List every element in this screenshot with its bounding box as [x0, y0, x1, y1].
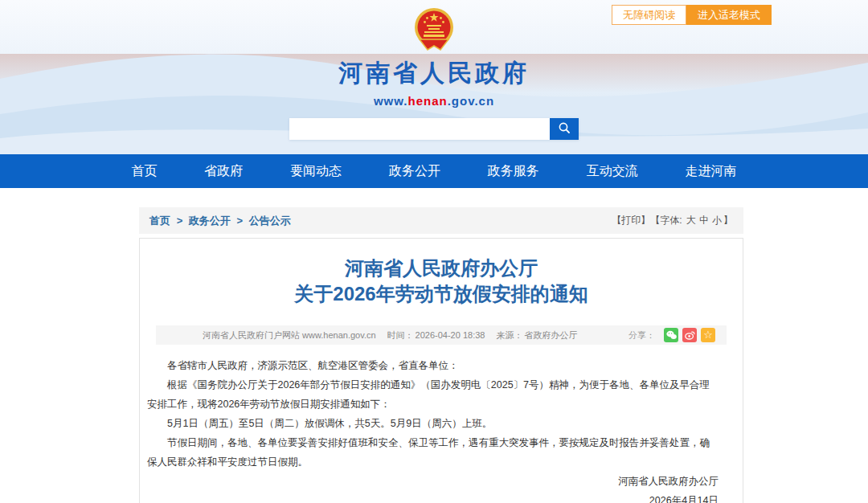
share-label: 分享：: [628, 329, 655, 341]
elder-mode-button[interactable]: 进入适老模式: [686, 5, 772, 25]
main-content: 首页 > 政务公开 > 公告公示 【打印】【字体: 大中小】 河南省人民政府办公…: [139, 207, 743, 503]
nav-item-about-henan[interactable]: 走进河南: [685, 163, 736, 180]
font-size-small[interactable]: 小: [712, 215, 722, 226]
breadcrumb: 首页 > 政务公开 > 公告公示: [149, 214, 291, 228]
main-nav: 首页 省政府 要闻动态 政务公开 政务服务 互动交流 走进河南: [0, 154, 868, 188]
meta-source: 省政府办公厅: [524, 330, 577, 340]
site-header: 无障碍阅读 进入适老模式 河南省人民政府 www.henan.gov.cn: [0, 0, 868, 154]
breadcrumb-separator: >: [177, 215, 183, 227]
nav-item-provincial-gov[interactable]: 省政府: [204, 163, 243, 180]
meta-time: 2026-04-20 18:38: [416, 330, 485, 340]
meta-time-label: 时间：: [387, 330, 414, 340]
share-favorite-icon[interactable]: ☆: [701, 328, 715, 342]
page-tools: 【打印】【字体: 大中小】: [612, 214, 733, 227]
search-bar: [289, 118, 579, 140]
site-url: www.henan.gov.cn: [0, 94, 868, 108]
article-meta: 河南省人民政府门户网站 www.henan.gov.cn时间：2026-04-2…: [203, 329, 588, 341]
breadcrumb-gov-affairs[interactable]: 政务公开: [189, 215, 231, 227]
article-date: 2026年4月14日: [147, 491, 719, 503]
nav-item-gov-services[interactable]: 政务服务: [488, 163, 539, 180]
font-size-label: 【字体:: [650, 215, 685, 226]
accessibility-buttons: 无障碍阅读 进入适老模式: [612, 5, 772, 25]
article-body: 各省辖市人民政府，济源示范区、航空港区管委会，省直各单位： 根据《国务院办公厅关…: [140, 356, 743, 503]
site-url-suffix: .gov.cn: [448, 94, 494, 108]
meta-source-label: 来源：: [496, 330, 522, 340]
article-meta-bar: 河南省人民政府门户网站 www.henan.gov.cn时间：2026-04-2…: [156, 325, 727, 345]
article-title: 河南省人民政府办公厅 关于2026年劳动节放假安排的通知: [140, 239, 743, 307]
font-size-large[interactable]: 大: [686, 215, 696, 226]
article-title-line1: 河南省人民政府办公厅: [140, 256, 743, 281]
article-paragraph: 各省辖市人民政府，济源示范区、航空港区管委会，省直各单位：: [147, 356, 719, 375]
breadcrumb-announcements[interactable]: 公告公示: [249, 215, 291, 227]
search-input[interactable]: [289, 118, 550, 140]
site-url-prefix: www.: [374, 94, 408, 108]
share-wechat-icon[interactable]: [664, 328, 678, 342]
nav-item-interaction[interactable]: 互动交流: [587, 163, 638, 180]
breadcrumb-separator: >: [236, 215, 243, 227]
search-icon: [558, 121, 571, 137]
site-url-domain: henan: [408, 94, 448, 108]
nav-item-home[interactable]: 首页: [131, 163, 157, 180]
site-title[interactable]: 河南省人民政府: [0, 57, 868, 90]
meta-portal: 河南省人民政府门户网站 www.henan.gov.cn: [203, 330, 376, 340]
font-size-medium[interactable]: 中: [699, 215, 709, 226]
article-container: 河南省人民政府办公厅 关于2026年劳动节放假安排的通知 河南省人民政府门户网站…: [139, 238, 743, 503]
nav-item-gov-affairs[interactable]: 政务公开: [389, 163, 440, 180]
accessible-reading-button[interactable]: 无障碍阅读: [612, 5, 686, 25]
article-paragraph: 根据《国务院办公厅关于2026年部分节假日安排的通知》（国办发明电〔2025〕7…: [147, 375, 719, 414]
article-title-line2: 关于2026年劳动节放假安排的通知: [140, 281, 743, 307]
article-paragraph: 节假日期间，各地、各单位要妥善安排好值班和安全、保卫等工作，遇有重大突发事件，要…: [147, 433, 719, 472]
print-button[interactable]: 【打印】: [612, 215, 650, 226]
article-paragraph: 5月1日（周五）至5日（周二）放假调休，共5天。5月9日（周六）上班。: [147, 414, 719, 433]
article-signature: 河南省人民政府办公厅: [147, 472, 719, 491]
share-weibo-icon[interactable]: [682, 328, 697, 342]
share-bar: 分享： ☆: [628, 328, 715, 342]
font-size-label-end: 】: [723, 215, 733, 226]
breadcrumb-bar: 首页 > 政务公开 > 公告公示 【打印】【字体: 大中小】: [139, 207, 743, 234]
nav-item-news[interactable]: 要闻动态: [290, 163, 342, 180]
breadcrumb-home[interactable]: 首页: [149, 215, 170, 227]
national-emblem-icon: [414, 40, 454, 54]
search-button[interactable]: [550, 118, 579, 140]
